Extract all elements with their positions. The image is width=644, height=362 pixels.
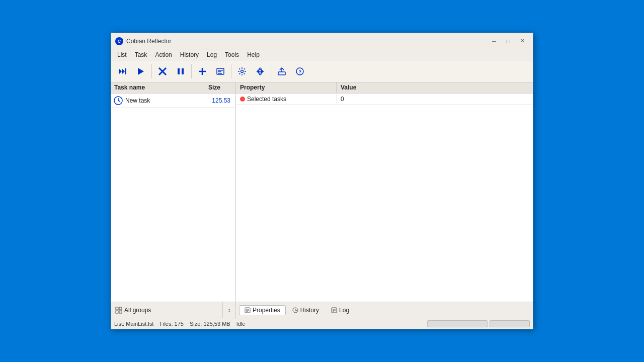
svg-point-24 — [118, 100, 119, 101]
property-name: Selected tasks — [247, 96, 286, 103]
property-list: Selected tasks 0 — [236, 94, 533, 302]
svg-rect-27 — [116, 311, 118, 313]
progress-bar-1 — [427, 320, 488, 327]
svg-point-14 — [241, 70, 244, 72]
log-tab-icon — [331, 307, 337, 313]
settings-icon — [237, 67, 247, 76]
menu-list[interactable]: List — [113, 50, 131, 59]
svg-text:?: ? — [299, 69, 302, 74]
menu-history[interactable]: History — [176, 50, 203, 59]
menu-tools[interactable]: Tools — [221, 50, 243, 59]
edit-icon — [216, 67, 225, 76]
svg-marker-1 — [122, 68, 125, 74]
groups-icon — [115, 307, 122, 314]
task-name: New task — [125, 97, 203, 104]
clock-icon — [114, 96, 123, 105]
app-icon: C — [115, 37, 123, 45]
task-size: 125.53 — [203, 97, 233, 104]
export-button[interactable] — [273, 63, 290, 80]
network-icon — [256, 67, 265, 76]
svg-rect-25 — [116, 307, 118, 310]
svg-marker-3 — [138, 68, 144, 75]
property-bullet-icon — [240, 97, 245, 102]
run-icon — [136, 67, 145, 76]
toolbar-separator-4 — [271, 64, 271, 78]
status-size: Size: 125,53 MB — [190, 321, 230, 327]
property-header: Property — [236, 82, 337, 93]
svg-rect-11 — [218, 70, 223, 71]
svg-line-35 — [295, 310, 297, 311]
title-bar: C Cobian Reflector ─ □ ✕ — [111, 33, 533, 49]
tab-log-label: Log — [339, 307, 349, 314]
sort-button[interactable]: ↕ — [222, 302, 235, 318]
svg-marker-0 — [119, 68, 122, 74]
close-button[interactable]: ✕ — [516, 36, 529, 46]
minimize-button[interactable]: ─ — [488, 36, 501, 46]
tab-log[interactable]: Log — [326, 305, 355, 315]
help-button[interactable]: ? — [291, 63, 308, 80]
all-groups-button[interactable]: All groups — [111, 307, 222, 314]
task-table-header: Task name Size — [111, 82, 235, 94]
main-content: Task name Size New task 125.53 — [111, 82, 533, 302]
status-bar-right — [427, 320, 530, 327]
bottom-tabs: Properties History Log — [236, 302, 533, 318]
property-table-header: Property Value — [236, 82, 533, 94]
title-bar-controls: ─ □ ✕ — [488, 36, 529, 46]
property-panel: Property Value Selected tasks 0 — [236, 82, 533, 302]
toolbar-separator-2 — [191, 64, 192, 78]
main-window: C Cobian Reflector ─ □ ✕ List Task Actio… — [111, 33, 533, 329]
svg-rect-12 — [218, 71, 221, 72]
pause-icon — [176, 67, 185, 76]
properties-tab-icon — [245, 307, 251, 313]
run-all-button[interactable] — [114, 63, 131, 80]
menu-help[interactable]: Help — [243, 50, 264, 59]
add-button[interactable] — [194, 63, 211, 80]
toolbar-separator-3 — [231, 64, 231, 78]
status-bar: List: MainList.lst Files: 175 Size: 125,… — [111, 318, 533, 329]
help-icon: ? — [295, 67, 304, 76]
stop-button[interactable] — [154, 63, 171, 80]
property-value: 0 — [337, 95, 533, 104]
export-icon — [277, 67, 286, 76]
edit-button[interactable] — [212, 63, 229, 80]
table-row[interactable]: New task 125.53 — [111, 94, 235, 108]
svg-rect-6 — [178, 68, 180, 74]
status-list: List: MainList.lst — [114, 321, 153, 327]
pause-button[interactable] — [172, 63, 189, 80]
svg-rect-7 — [182, 68, 184, 74]
value-header: Value — [337, 82, 533, 93]
run-button[interactable] — [132, 63, 149, 80]
task-name-header: Task name — [111, 82, 205, 93]
window-title: Cobian Reflector — [126, 38, 171, 45]
menu-task[interactable]: Task — [131, 50, 151, 59]
task-size-header: Size — [205, 82, 235, 93]
menu-action[interactable]: Action — [151, 50, 176, 59]
bottom-left: All groups ↕ — [111, 302, 236, 318]
tab-properties-label: Properties — [253, 307, 280, 314]
svg-rect-28 — [119, 311, 122, 313]
run-all-icon — [118, 67, 127, 76]
svg-rect-13 — [218, 73, 222, 74]
settings-button[interactable] — [233, 63, 251, 80]
svg-rect-17 — [278, 72, 285, 75]
list-item: Selected tasks 0 — [236, 94, 533, 105]
status-files: Files: 175 — [159, 321, 184, 327]
progress-bar-2 — [490, 320, 530, 327]
history-tab-icon — [292, 307, 298, 313]
svg-rect-26 — [119, 307, 122, 310]
title-bar-left: C Cobian Reflector — [115, 37, 171, 45]
stop-icon — [158, 67, 167, 76]
property-cell: Selected tasks — [236, 95, 337, 104]
network-button[interactable] — [252, 63, 269, 80]
bottom-bar: All groups ↕ Properties His — [111, 302, 533, 318]
menu-log[interactable]: Log — [203, 50, 221, 59]
tab-history-label: History — [300, 307, 319, 314]
menu-bar: List Task Action History Log Tools Help — [111, 49, 533, 60]
task-panel: Task name Size New task 125.53 — [111, 82, 236, 302]
task-status-icon — [113, 96, 123, 106]
maximize-button[interactable]: □ — [502, 36, 515, 46]
tab-properties[interactable]: Properties — [239, 305, 286, 315]
tab-history[interactable]: History — [287, 305, 325, 315]
svg-rect-2 — [125, 68, 126, 74]
add-icon — [198, 67, 207, 76]
